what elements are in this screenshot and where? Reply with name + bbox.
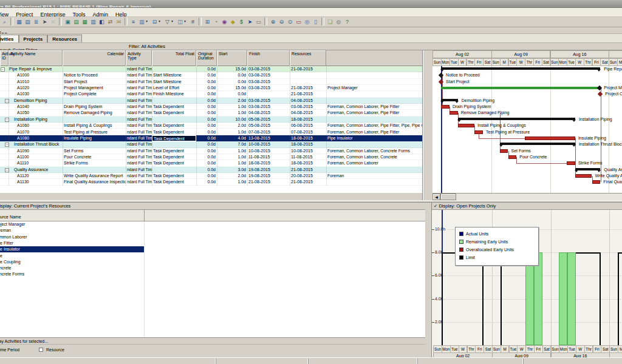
bars-icon[interactable]: ≡ <box>129 18 137 25</box>
cell[interactable]: 18-08-2015 <box>290 160 326 166</box>
gantt-summary-bar[interactable] <box>441 67 600 70</box>
chat-icon[interactable]: ❏ <box>326 18 334 25</box>
cell[interactable]: 1.0d <box>217 148 247 154</box>
resource-item-common-laborer[interactable]: Common Laborer <box>0 234 144 240</box>
activity-row-A1060[interactable]: A1060Install Piping & Couplingsndard Ful… <box>0 123 422 129</box>
cell[interactable]: 15.0d <box>217 85 247 91</box>
cell[interactable]: Task Dependent <box>152 148 196 154</box>
column-header-resources[interactable]: Resources <box>290 50 326 66</box>
clock-icon[interactable]: ◔ <box>212 18 220 25</box>
cell[interactable]: Set Forms <box>63 148 126 154</box>
columns-dd-icon-dropdown[interactable]: ▾ <box>146 17 150 25</box>
cell[interactable]: Remove Damaged Piping <box>63 110 126 116</box>
cell[interactable]: ndard Full Time <box>126 66 152 72</box>
cell[interactable]: ndard Full Time <box>126 104 152 110</box>
help-icon[interactable]: ? <box>343 18 351 25</box>
cell[interactable]: 0.0d <box>196 179 217 185</box>
zoom-fit-icon[interactable]: ⊙ <box>286 18 294 25</box>
cell[interactable]: ndard Full Time <box>126 154 152 160</box>
cell[interactable]: Project Manager <box>326 85 422 91</box>
activity-row-A1010[interactable]: A1010Start Projectndard Full TimeStart M… <box>0 79 422 85</box>
filter-funnel-icon[interactable]: ▽ <box>4 52 7 56</box>
cell[interactable]: A1070 <box>9 129 63 135</box>
cell[interactable]: 03-08-2015 <box>247 79 290 85</box>
cell[interactable]: 1.0d <box>217 110 247 116</box>
cell[interactable]: Write Quality Assurance Report <box>63 173 126 179</box>
cell[interactable]: 21-08-2015 <box>247 179 290 185</box>
title-bar[interactable]: Primavera P6 Professional R15.1 : PIPE R… <box>0 0 622 8</box>
group-row[interactable]: −Installation Pipingndard Full Time0.0d1… <box>0 116 422 123</box>
cell[interactable]: 1.0d <box>217 104 247 110</box>
cell[interactable]: Start Milestone <box>152 72 196 78</box>
gantt-dd-icon[interactable]: ◫ <box>176 18 184 25</box>
zoom-out-icon[interactable]: ⊖ <box>278 18 285 25</box>
columns-dd-icon[interactable]: ▥ <box>138 18 146 25</box>
layout-grid-icon[interactable]: ▦ <box>15 18 23 25</box>
gantt-summary-bar[interactable] <box>458 118 575 120</box>
cell[interactable]: 18-08-2015 <box>247 160 290 166</box>
cell[interactable]: Insulate Piping <box>63 135 126 141</box>
timescale-day[interactable]: Sun <box>491 58 501 66</box>
activity-row-A1120[interactable]: A1120Write Quality Assurance Reportndard… <box>0 173 422 179</box>
cell[interactable]: 0.0d <box>196 79 217 85</box>
cell[interactable]: Notice to Proceed <box>63 72 126 78</box>
collapse-icon[interactable]: − <box>5 168 9 172</box>
cell[interactable]: Project Complete <box>63 91 126 97</box>
resource-item-project-manager[interactable]: Project Manager <box>0 221 144 228</box>
cell[interactable]: 0.0d <box>196 98 217 104</box>
timescale-day[interactable]: Tue <box>449 58 459 66</box>
cell[interactable]: 0.0d <box>196 160 217 166</box>
cell[interactable]: Strike Forms <box>63 160 126 166</box>
timescale-day[interactable]: Sun <box>550 58 559 66</box>
cell[interactable]: Task Dependent <box>152 129 196 135</box>
cell[interactable]: 10.0d <box>217 116 247 123</box>
cell[interactable]: 2.0d <box>217 98 247 104</box>
cell[interactable]: Final Quality Assurance Inspection <box>63 179 126 185</box>
cell[interactable]: 03-08-2015 <box>247 72 290 78</box>
cell[interactable]: 0.0d <box>196 135 217 141</box>
gantt-task-bar[interactable] <box>508 155 517 159</box>
activity-row-A1100[interactable]: A1100Pour Concretendard Full TimeTask De… <box>0 154 422 160</box>
dollar-icon[interactable]: $ <box>238 18 245 25</box>
timescale-day[interactable]: Fri <box>533 58 542 66</box>
cell[interactable]: ndard Full Time <box>126 110 152 116</box>
cell[interactable]: 0.0d <box>217 91 247 97</box>
cell[interactable]: A1020 <box>9 85 63 91</box>
gantt-task-bar[interactable] <box>449 111 458 115</box>
collapse-icon[interactable]: − <box>5 99 9 103</box>
cell[interactable]: ndard Full Time <box>126 141 152 147</box>
cell[interactable]: 11-08-2015 <box>290 154 326 160</box>
cell[interactable]: 1.0d <box>217 179 247 185</box>
cell[interactable]: Install Piping & Couplings <box>63 123 126 129</box>
cell[interactable]: Task Dependent <box>152 104 196 110</box>
cell[interactable]: Task Dependent <box>152 135 196 141</box>
cell[interactable]: Foreman, Common Laborer, Concrete <box>326 154 422 160</box>
timescale-day[interactable]: Thr <box>466 58 476 66</box>
find-activity-icon[interactable]: ▣ <box>64 18 72 25</box>
cell[interactable]: Task Dependent <box>152 179 196 185</box>
timescale-day[interactable]: Sun <box>609 58 618 66</box>
timescale-week[interactable]: Aug 09 <box>491 50 551 58</box>
cell[interactable]: 0.0d <box>217 79 247 85</box>
cell[interactable]: Foreman, Common Laborer, Concrete Forms <box>326 148 422 154</box>
scrollbar-thumb[interactable] <box>440 194 456 200</box>
cell[interactable]: 03-08-2015 <box>290 104 326 110</box>
scroll-left-arrow-icon[interactable]: ◀ <box>432 194 440 200</box>
cell[interactable]: 05-08-2015 <box>247 116 290 123</box>
cell[interactable]: ndard Full Time <box>126 179 152 185</box>
cell[interactable]: Start Milestone <box>152 79 196 85</box>
timescale-day[interactable]: W <box>516 58 525 66</box>
timescale-week[interactable]: Aug 16 <box>550 50 610 58</box>
cell[interactable]: Foreman, Common Laborer, Pipe Fitter <box>326 104 422 110</box>
timescale-day[interactable]: Tue <box>508 58 518 66</box>
timescale-day[interactable]: Mon <box>558 58 567 66</box>
cell[interactable]: A1080 <box>9 135 63 141</box>
timescale-week[interactable] <box>609 50 622 58</box>
cell[interactable]: 0.0d <box>196 173 217 179</box>
column-header-calendar[interactable]: Calendar <box>63 50 126 66</box>
cell[interactable]: 13-08-2015 <box>247 135 290 141</box>
timescale-day[interactable]: W <box>458 58 467 66</box>
cell[interactable]: 04-08-2015 <box>247 110 290 116</box>
cell[interactable]: 03-08-2015 <box>247 85 290 91</box>
cell[interactable]: Finish Milestone <box>152 91 196 97</box>
